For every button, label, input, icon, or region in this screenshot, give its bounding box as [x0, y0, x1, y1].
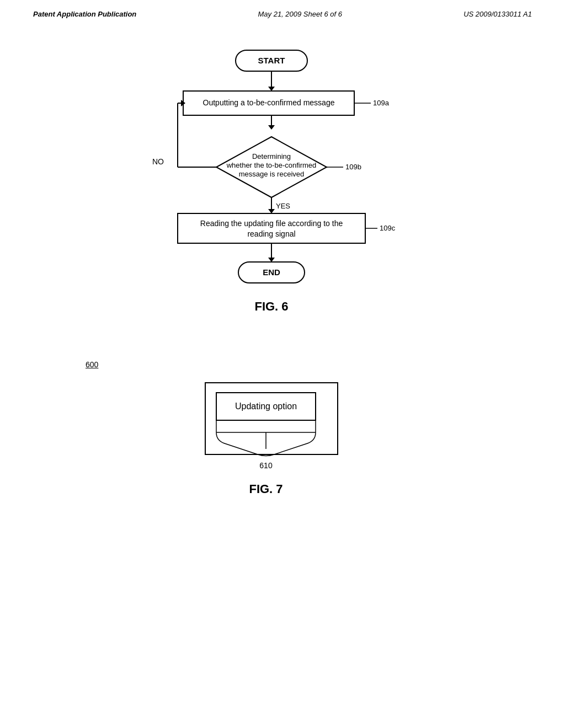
flowchart-svg: START Outputting a to-be-confirmed messa… — [117, 40, 448, 349]
svg-text:Reading the updating file acco: Reading the updating file according to t… — [200, 219, 343, 228]
svg-text:YES: YES — [276, 202, 290, 210]
svg-text:START: START — [258, 56, 285, 65]
svg-text:610: 610 — [259, 461, 273, 470]
svg-text:Outputting a to-be-confirmed m: Outputting a to-be-confirmed message — [203, 98, 335, 107]
svg-text:END: END — [263, 267, 280, 277]
svg-text:message is received: message is received — [239, 170, 305, 178]
svg-marker-9 — [268, 125, 275, 130]
svg-marker-3 — [268, 87, 275, 91]
svg-text:reading signal: reading signal — [247, 229, 295, 238]
svg-text:109c: 109c — [380, 224, 396, 232]
fig7-svg: Updating option 610 FIG. 7 — [172, 377, 393, 499]
fig6-container: START Outputting a to-be-confirmed messa… — [0, 40, 565, 349]
fig7-area: 600 Updating option 610 FIG. 7 — [0, 360, 565, 499]
svg-marker-30 — [268, 258, 275, 262]
svg-rect-24 — [178, 213, 365, 243]
svg-marker-22 — [268, 209, 275, 213]
svg-text:FIG.  7: FIG. 7 — [249, 482, 282, 496]
svg-text:NO: NO — [152, 157, 164, 166]
header-left: Patent Application Publication — [33, 10, 136, 18]
svg-text:109a: 109a — [373, 99, 390, 107]
header-center: May 21, 2009 Sheet 6 of 6 — [258, 10, 342, 18]
page-header: Patent Application Publication May 21, 2… — [0, 0, 565, 24]
header-right: US 2009/0133011 A1 — [463, 10, 532, 18]
svg-text:whether the to-be-confirmed: whether the to-be-confirmed — [226, 161, 317, 169]
fig6-caption: FIG. 6 — [254, 299, 288, 313]
svg-text:Updating option: Updating option — [235, 402, 297, 411]
svg-text:109b: 109b — [345, 163, 361, 171]
svg-text:Determining: Determining — [252, 152, 291, 160]
section-600-label: 600 — [86, 360, 98, 369]
